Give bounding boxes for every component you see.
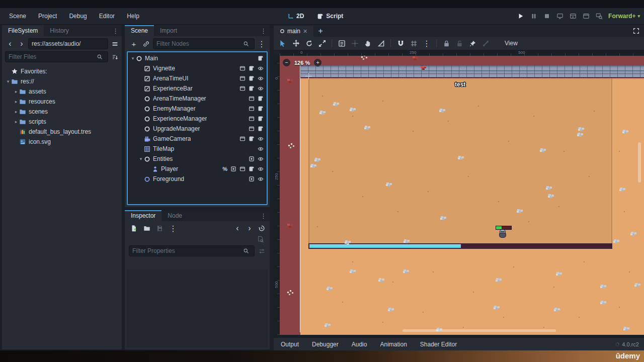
fs-item-icon-svg[interactable]: icon.svg	[3, 137, 121, 147]
nav-back-button[interactable]: ‹	[5, 39, 15, 49]
group-node-button[interactable]	[467, 38, 477, 48]
visibility-icon[interactable]	[258, 75, 264, 81]
scene-unique-name-badge[interactable]: %	[222, 166, 227, 172]
skeleton-options-button[interactable]	[480, 38, 491, 48]
instanced-scene-icon[interactable]	[249, 116, 255, 122]
open-docs-icon[interactable]	[256, 234, 266, 244]
instanced-scene-icon[interactable]	[239, 75, 246, 81]
script-icon[interactable]	[249, 136, 255, 142]
show-selection-list-tool[interactable]	[337, 38, 347, 48]
new-scene-tab-button[interactable]: +	[315, 26, 326, 36]
close-icon[interactable]: ✕	[303, 28, 307, 35]
resource-options-icon[interactable]: ⋮	[168, 223, 178, 233]
script-icon[interactable]	[258, 96, 264, 102]
zoom-out-button[interactable]: −	[283, 59, 290, 66]
play-button[interactable]	[517, 12, 525, 20]
scene-node-experiencemanager[interactable]: ExperienceManager	[129, 114, 266, 124]
play-scene-button[interactable]	[569, 12, 577, 20]
scene-node-main[interactable]: ▾Main	[129, 53, 266, 63]
filter-properties-input[interactable]	[132, 246, 241, 256]
grid-snap-toggle[interactable]	[409, 38, 419, 48]
scene-node-experiencebar[interactable]: ExperienceBar	[129, 83, 266, 94]
inspector-tabbar-options-icon[interactable]: ⋮	[260, 212, 270, 220]
menu-debug[interactable]: Debug	[64, 11, 92, 21]
movie-maker-button[interactable]	[595, 12, 603, 20]
script-icon[interactable]	[249, 166, 255, 172]
scene-node-enemymanager[interactable]: EnemyManager	[129, 104, 266, 114]
menu-project[interactable]: Project	[33, 11, 62, 21]
scene-node-upgrademanager[interactable]: UpgradeManager	[129, 124, 266, 134]
script-icon[interactable]	[258, 116, 264, 122]
unlock-node-button[interactable]	[454, 38, 464, 48]
tab-main-scene[interactable]: main ✕	[274, 26, 313, 37]
instanced-scene-icon[interactable]	[239, 85, 246, 92]
bottom-panel-debugger[interactable]: Debugger	[312, 341, 339, 348]
change-pivot-tool[interactable]	[350, 38, 360, 48]
filter-nodes-input[interactable]	[156, 39, 241, 49]
fs-item-assets[interactable]: ▸assets	[3, 86, 121, 97]
viewport-canvas[interactable]: test − 126 % +	[280, 56, 644, 335]
visibility-icon[interactable]	[258, 156, 264, 162]
scene-node-arenatimeui[interactable]: ArenaTimeUI	[129, 73, 266, 83]
move-mode-tool[interactable]	[291, 38, 301, 48]
scene-node-foreground[interactable]: Foreground	[129, 174, 266, 184]
instanced-scene-icon[interactable]	[239, 65, 246, 71]
filesystem-tab-filesystem[interactable]: FileSystem	[2, 25, 44, 36]
script-icon[interactable]	[258, 126, 264, 132]
script-icon[interactable]	[258, 106, 264, 112]
fs-item-default-bus-layout-tres[interactable]: default_bus_layout.tres	[3, 127, 121, 137]
instanced-scene-icon[interactable]	[249, 126, 255, 132]
scene-node-entities[interactable]: ▾Entities	[129, 154, 266, 164]
save-resource-button[interactable]	[155, 223, 165, 233]
menu-help[interactable]: Help	[122, 11, 144, 21]
add-node-button[interactable]: +	[129, 39, 139, 49]
script-icon[interactable]	[249, 85, 255, 92]
expand-viewport-icon[interactable]	[631, 26, 641, 36]
snap-options-menu[interactable]: ⋮	[422, 38, 432, 48]
stop-button[interactable]	[543, 12, 551, 20]
nav-forward-button[interactable]: ›	[17, 39, 27, 49]
property-tools-icon[interactable]	[257, 246, 267, 256]
horizontal-scrollbar[interactable]	[403, 329, 556, 332]
script-icon[interactable]	[249, 75, 255, 81]
bottom-panel-animation[interactable]: Animation	[380, 341, 407, 348]
visibility-icon[interactable]	[258, 176, 264, 182]
split-mode-icon[interactable]	[110, 39, 120, 49]
visibility-icon[interactable]	[258, 166, 264, 172]
instanced-scene-icon[interactable]	[239, 166, 246, 172]
menu-editor[interactable]: Editor	[94, 11, 120, 21]
select-mode-tool[interactable]	[278, 38, 288, 48]
scene-node-arenatimemanager[interactable]: ArenaTimeManager	[129, 94, 266, 104]
sort-files-icon[interactable]	[110, 52, 120, 62]
bottom-panel-audio[interactable]: Audio	[352, 341, 367, 348]
new-resource-button[interactable]	[129, 223, 139, 233]
instanced-scene-icon[interactable]	[249, 106, 255, 112]
instance-scene-button[interactable]	[141, 39, 151, 49]
visibility-icon[interactable]	[258, 65, 264, 71]
group-icon[interactable]	[249, 176, 255, 182]
remote-debug-button[interactable]	[556, 12, 564, 20]
scene-node-gamecamera[interactable]: GameCamera	[129, 134, 266, 144]
fs-item-res-[interactable]: ▾res://	[3, 76, 121, 86]
scene-node-tilemap[interactable]: TileMap	[129, 144, 266, 154]
instanced-scene-icon[interactable]	[239, 136, 246, 142]
visibility-icon[interactable]	[258, 146, 264, 152]
visibility-icon[interactable]	[258, 136, 264, 142]
bottom-panel-output[interactable]: Output	[281, 341, 299, 348]
menu-scene[interactable]: Scene	[4, 11, 31, 21]
fs-item-resources[interactable]: ▸resources	[3, 97, 121, 107]
lock-node-button[interactable]	[441, 38, 451, 48]
scene-node-vignette[interactable]: Vignette	[129, 63, 266, 73]
workspace-tab-2d[interactable]: 2D	[284, 12, 307, 21]
play-custom-scene-button[interactable]	[582, 12, 590, 20]
group-icon[interactable]	[230, 166, 236, 172]
smart-snap-toggle[interactable]	[395, 38, 406, 48]
scene-tabbar-options-icon[interactable]: ⋮	[260, 27, 270, 35]
filter-files-input[interactable]	[9, 52, 95, 62]
rotate-mode-tool[interactable]	[304, 38, 314, 48]
group-icon[interactable]	[249, 156, 255, 162]
script-icon[interactable]	[249, 65, 255, 71]
scene-tab-import[interactable]: Import	[154, 25, 183, 36]
pause-button[interactable]	[530, 12, 538, 20]
pan-mode-tool[interactable]	[363, 38, 373, 48]
